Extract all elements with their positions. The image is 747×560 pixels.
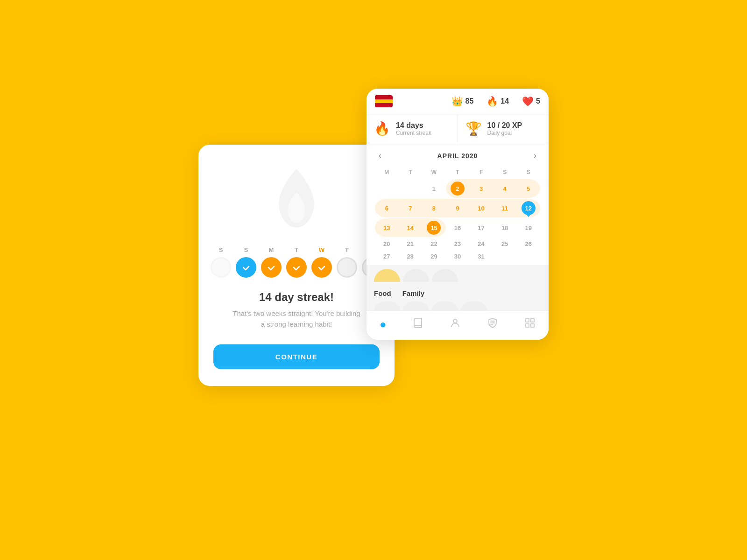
partial-circle-3 [432,269,458,282]
cal-hdr-s2: S [516,167,540,177]
cal-cell-12: 12 [516,199,540,217]
crown-value: 85 [465,97,474,105]
cal-hdr-f: F [469,167,493,177]
cal-cell-18: 18 [493,218,517,237]
cal-hdr-t: T [399,167,423,177]
svg-rect-5 [531,319,534,322]
cal-dot-15: 15 [427,221,441,235]
cal-cell-27: 27 [375,251,399,262]
calendar-month: APRIL 2020 [437,152,478,160]
crown-stat: 👑 85 [451,96,474,107]
day-labels-row: S S M T W T F [211,246,382,253]
cal-cell-empty-2 [399,179,423,198]
cal-cell-26: 26 [516,238,540,250]
heart-icon: ❤️ [522,96,534,107]
calendar-next-button[interactable]: › [530,149,540,162]
nav-profile[interactable] [445,315,465,333]
lesson-food[interactable]: Food [374,289,391,297]
cal-cell-5: 5 [516,179,540,198]
cal-cell-14: 14 [399,218,423,237]
cal-dot-12: 12 [521,201,536,215]
streak-card: S S M T W T F [198,145,395,386]
crown-icon: 👑 [451,96,463,107]
goal-value: 10 / 20 XP [487,121,522,130]
day-label-s: S [236,246,256,253]
lesson-family[interactable]: Family [402,289,425,297]
cal-week-5: 27 28 29 30 31 [375,251,540,262]
streak-label: Current streak [396,130,431,136]
cal-cell-28: 28 [399,251,423,262]
cal-cell-19: 19 [516,218,540,237]
app-topbar: 👑 85 🔥 14 ❤️ 5 [366,89,549,114]
cal-cell-31: 31 [469,251,493,262]
calendar-header: M T W T F S S [375,167,540,177]
bottom-nav: ● [366,310,549,340]
day-circle-prev [211,257,231,278]
streak-days-row [211,257,382,278]
cal-cell-empty-3 [493,251,517,262]
cal-cell-21: 21 [399,238,423,250]
language-flag[interactable] [375,95,393,107]
cal-cell-23: 23 [446,238,470,250]
daily-goal-box: 🏆 10 / 20 XP Daily goal [458,114,549,143]
cal-hdr-s: S [493,167,517,177]
cal-hdr-t2: T [446,167,470,177]
cal-week-4: 20 21 22 23 24 25 26 [375,238,540,250]
circle-bottom-3 [432,301,458,310]
streak-value: 14 days [396,121,431,130]
goal-label: Daily goal [487,130,522,136]
nav-lessons[interactable] [408,315,428,333]
cal-cell-25: 25 [493,238,517,250]
cal-cell-2: 2 [446,179,470,198]
partial-circle-2 [403,269,429,282]
cal-cell-30: 30 [446,251,470,262]
cal-cell-17: 17 [469,218,493,237]
cal-cell-15: 15 [422,218,446,237]
day-circle-m [261,257,282,278]
cal-cell-29: 29 [422,251,446,262]
streak-title: 14 day streak! [259,291,334,304]
day-circle-s [236,257,256,278]
cal-cell-3: 3 [469,179,493,198]
day-label-s1: S [211,246,231,253]
cal-dot-2: 2 [451,182,465,196]
svg-point-0 [453,319,457,323]
fire-icon: 🔥 [486,96,498,107]
cal-cell-22: 22 [422,238,446,250]
cal-cell-9: 9 [446,199,470,217]
svg-rect-6 [526,324,529,327]
fire-value: 14 [500,97,509,105]
day-circle-t2 [337,257,357,278]
home-icon: ● [380,318,387,331]
streak-goal-row: 🔥 14 days Current streak 🏆 10 / 20 XP Da… [366,114,549,143]
cal-cell-empty-1 [375,179,399,198]
cal-week-1: 1 2 3 4 5 [375,179,540,198]
nav-home[interactable]: ● [375,316,391,333]
cal-hdr-w: W [422,167,446,177]
continue-button[interactable]: CONTINUE [213,344,380,369]
topbar-tooltip-arrow [376,117,385,121]
day-label-t: T [286,246,307,253]
goal-icon: 🏆 [465,121,482,136]
streak-subtitle: That's two weeks straight! You're buildi… [233,308,360,329]
cal-cell-10: 10 [469,199,493,217]
app-bottom-section: Food Family ● [366,265,549,340]
cal-cell-6: 6 [375,199,399,217]
nav-shop[interactable] [520,315,540,333]
day-circle-w [311,257,332,278]
day-circle-t [286,257,307,278]
cal-cell-7: 7 [399,199,423,217]
hearts-stat: ❤️ 5 [522,96,540,107]
profile-icon [450,317,461,331]
cal-cell-13: 13 [375,218,399,237]
lessons-icon [412,317,423,331]
streak-fire-icon: 🔥 [374,121,390,136]
calendar-prev-button[interactable]: ‹ [375,149,385,162]
circle-bottom-4 [461,301,487,310]
svg-rect-7 [531,324,534,327]
circle-bottom-1 [374,301,400,310]
circle-bottom-2 [403,301,429,310]
cal-cell-8: 8 [422,199,446,217]
partial-circle-1 [374,269,400,282]
nav-shield[interactable] [482,315,503,333]
